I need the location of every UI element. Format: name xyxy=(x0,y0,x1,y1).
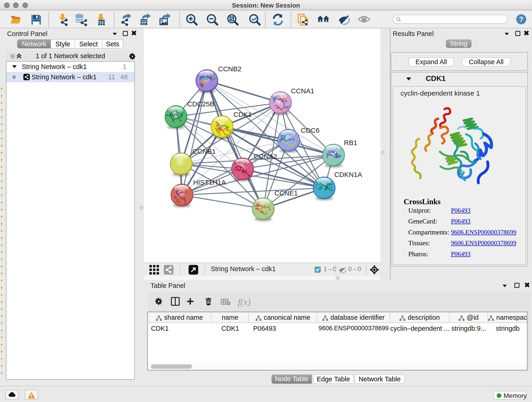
svg-text:RB1: RB1 xyxy=(344,139,357,147)
svg-text:CDC25B: CDC25B xyxy=(187,100,214,108)
svg-text:HIST1H1A: HIST1H1A xyxy=(193,179,226,186)
svg-text:CCNA1: CCNA1 xyxy=(291,87,314,95)
svg-text:CDKN1A: CDKN1A xyxy=(334,171,362,178)
svg-text:CCNA2: CCNA2 xyxy=(254,153,277,160)
svg-text:CCNE1: CCNE1 xyxy=(274,189,298,197)
svg-text:CCNB1: CCNB1 xyxy=(192,148,216,155)
svg-text:CDC6: CDC6 xyxy=(301,127,320,134)
svg-text:CDK1: CDK1 xyxy=(234,111,252,118)
svg-text:CCNB2: CCNB2 xyxy=(218,65,241,73)
